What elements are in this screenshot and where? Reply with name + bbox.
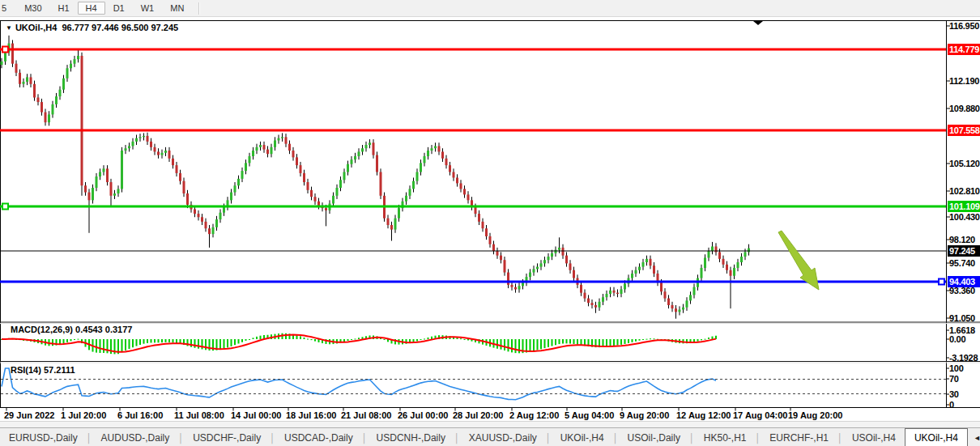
time-axis-label: 19 Aug 20:00: [788, 410, 842, 420]
time-axis-label: 5 Aug 04:00: [565, 410, 614, 420]
rsi-scale-label: 0: [949, 400, 954, 410]
rsi-scale-label: 100: [949, 363, 963, 373]
time-axis-label: 9 Aug 20:00: [620, 410, 669, 420]
tab-separator: │: [689, 428, 695, 446]
candles-series: [1, 36, 751, 319]
rsi-indicator-name: RSI(14): [11, 365, 41, 375]
time-axis-label: 1 Jul 20:00: [61, 410, 106, 420]
chart-tab-eurusd-daily[interactable]: EURUSD-,Daily: [0, 428, 87, 446]
tabs-scroll-left-button[interactable]: ◄: [968, 434, 980, 442]
tab-scroll-arrows: ◄►: [968, 428, 980, 446]
chart-tab-usoil-daily[interactable]: USOil-,Daily: [619, 428, 689, 446]
chart-tab-xauusd-daily[interactable]: XAUUSD-,Daily: [460, 428, 546, 446]
chart-tab-usdcad-daily[interactable]: USDCAD-,Daily: [275, 428, 362, 446]
hline-114.779[interactable]: [0, 47, 946, 53]
tab-separator: │: [837, 428, 843, 446]
macd-pane-label: MACD(12,26,9) 0.4543 0.3177: [11, 325, 132, 334]
mt4-chart-window: 5M30H1H4D1W1MN ▼UKOil-,H4 96.777 97.446 …: [0, 0, 980, 446]
tab-separator: │: [270, 428, 275, 446]
rsi-pane-label: RSI(14) 57.2111: [11, 365, 75, 375]
chart-title: ▼UKOil-,H4 96.777 97.446 96.500 97.245: [6, 23, 178, 32]
price-line-badge: 114.779: [948, 44, 980, 55]
time-axis-label: 12 Aug 12:00: [676, 410, 731, 420]
collapse-triangle-icon[interactable]: ▼: [6, 24, 12, 32]
time-axis-label: 2 Aug 12:00: [509, 410, 559, 420]
rsi-scale-label: 70: [949, 374, 959, 384]
macd-indicator-values: 0.4543 0.3177: [75, 325, 132, 334]
tab-separator: │: [362, 428, 368, 446]
price-line-badge: 101.109: [948, 201, 980, 212]
chart-tab-bar: EURUSD-,Daily│AUDUSD-,Daily│USDCHF-,Dail…: [0, 427, 980, 446]
price-axis-label: 109.880: [949, 104, 980, 113]
price-axis-label: 102.810: [949, 187, 980, 196]
chart-tab-ukoil-h4-active[interactable]: UKOil-,H4: [905, 428, 968, 446]
price-axis-label: 100.430: [949, 213, 980, 222]
price-axis-label: 93.360: [949, 287, 975, 295]
time-axis-label: 26 Jul 00:00: [398, 410, 448, 420]
time-axis-label: 29 Jun 2022: [4, 410, 54, 420]
chart-tab-usdchf-daily[interactable]: USDCHF-,Daily: [184, 428, 270, 446]
price-axis-label: 116.950: [949, 22, 979, 31]
macd-indicator-name: MACD(12,26,9): [11, 325, 73, 334]
chart-tab-ukoil-h4[interactable]: UKOil-,H4: [552, 428, 613, 446]
price-axis-label: 112.190: [949, 77, 979, 86]
bar-shift-marker-icon: [753, 21, 763, 25]
price-axis-label: 98.120: [949, 236, 975, 244]
price-axis-label: 95.740: [949, 259, 975, 268]
chart-canvas[interactable]: [0, 0, 980, 446]
time-axis-label: 6 Jul 16:00: [117, 410, 163, 420]
time-axis-label: 28 Jul 20:00: [453, 410, 503, 420]
chart-tab-usdcnh-daily[interactable]: USDCNH-,Daily: [368, 428, 454, 446]
rsi-scale-label: 30: [949, 389, 959, 399]
price-line-badge: 94.403: [948, 276, 980, 287]
chart-tab-usoil-h4[interactable]: USOil-,H4: [843, 428, 905, 446]
chart-tab-audusd-daily[interactable]: AUDUSD-,Daily: [92, 428, 179, 446]
price-line-badge: 107.558: [948, 125, 980, 136]
price-line-badge: 97.245: [948, 245, 980, 257]
tab-separator: │: [454, 428, 460, 446]
tab-separator: │: [613, 428, 619, 446]
macd-scale-label: 0.00: [949, 334, 965, 344]
tab-separator: │: [178, 428, 184, 446]
rsi-indicator-value: 57.2111: [44, 365, 75, 375]
tab-separator: │: [87, 428, 92, 446]
macd-signal-line: [2, 335, 716, 352]
price-axis-label: 91.050: [949, 314, 975, 323]
price-axis-label: 105.120: [949, 159, 980, 168]
tab-separator: │: [755, 428, 761, 446]
time-axis-label: 18 Jul 16:00: [286, 410, 336, 420]
tab-separator: │: [546, 428, 552, 446]
symbol-label: UKOil-,H4: [15, 23, 57, 32]
chart-tab-hk50-h1[interactable]: HK50-,H1: [695, 428, 756, 446]
time-axis-label: 21 Jul 08:00: [341, 410, 391, 420]
time-axis-label: 14 Jul 00:00: [231, 410, 281, 420]
time-axis-label: 11 Jul 08:00: [174, 410, 224, 420]
macd-scale-label: -3.1928: [949, 353, 978, 363]
time-axis-label: 17 Aug 04:00: [733, 410, 787, 420]
chart-tab-eurchf-h1[interactable]: EURCHF-,H1: [761, 428, 837, 446]
ohlc-values: 96.777 97.446 96.500 97.245: [62, 23, 178, 32]
rsi-line: [2, 368, 716, 400]
